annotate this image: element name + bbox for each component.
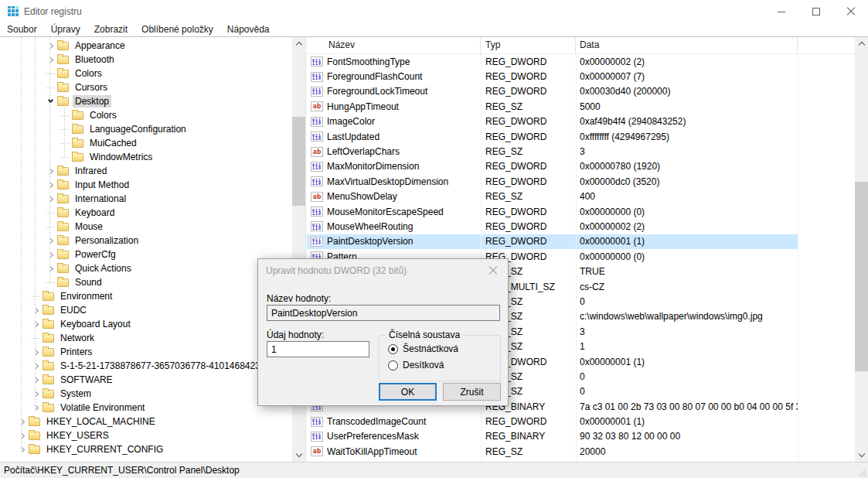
chevron-right-icon[interactable] bbox=[29, 388, 42, 400]
chevron-down-icon[interactable] bbox=[44, 95, 56, 108]
tree-item-keyboard[interactable]: Keyboard bbox=[0, 206, 292, 220]
value-row-fontsmoothingtype[interactable]: 011110FontSmoothingTypeREG_DWORD0x000000… bbox=[307, 54, 855, 69]
tree-item-colors[interactable]: Colors bbox=[0, 108, 292, 122]
tree-item-network[interactable]: Network bbox=[0, 331, 292, 345]
tree-item-system[interactable]: System bbox=[0, 387, 292, 401]
chevron-right-icon[interactable] bbox=[44, 262, 56, 275]
value-row-maxvirtualdesktopdimension[interactable]: 011110MaxVirtualDesktopDimensionREG_DWOR… bbox=[307, 174, 855, 189]
close-button[interactable] bbox=[833, 0, 868, 23]
tree-item-muicached[interactable]: MuiCached bbox=[0, 136, 292, 150]
ok-button[interactable]: OK bbox=[379, 383, 437, 401]
tree-item-desktop[interactable]: Desktop bbox=[0, 94, 292, 108]
chevron-right-icon[interactable] bbox=[44, 234, 56, 247]
tree-item-hkey-local-machine[interactable]: HKEY_LOCAL_MACHINE bbox=[0, 415, 292, 428]
chevron-right-icon[interactable] bbox=[15, 429, 28, 442]
cancel-button[interactable]: Zrušit bbox=[443, 383, 501, 401]
value-row-transcodedimagecount[interactable]: 011110TranscodedImageCountREG_DWORD0x000… bbox=[307, 414, 855, 428]
radio-hexadecimal[interactable]: Šestnáctková bbox=[388, 343, 458, 354]
menu-soubor[interactable]: Soubor bbox=[0, 23, 44, 36]
folder-icon bbox=[43, 292, 54, 301]
chevron-right-icon[interactable] bbox=[29, 346, 42, 358]
value-row-foregroundlocktimeout[interactable]: 011110ForegroundLockTimeoutREG_DWORD0x00… bbox=[307, 84, 855, 99]
chevron-right-icon[interactable] bbox=[29, 401, 42, 414]
column-header-type[interactable]: Typ bbox=[481, 37, 576, 54]
tree-item-environment[interactable]: Environment bbox=[0, 289, 292, 303]
tree-item-mouse[interactable]: Mouse bbox=[0, 220, 292, 234]
tree-item-keyboard-layout[interactable]: Keyboard Layout bbox=[0, 317, 292, 331]
chevron-right-icon[interactable] bbox=[44, 193, 56, 205]
tree-item-infrared[interactable]: Infrared bbox=[0, 164, 292, 178]
menu-n-pov-da[interactable]: Nápověda bbox=[220, 23, 277, 36]
tree-item-appearance[interactable]: Appearance bbox=[0, 39, 292, 53]
list-scrollbar[interactable] bbox=[855, 37, 868, 462]
chevron-right-icon[interactable] bbox=[29, 374, 42, 386]
chevron-right-icon[interactable] bbox=[44, 248, 56, 261]
scroll-down-icon[interactable] bbox=[292, 449, 305, 462]
value-row-paintdesktopversion[interactable]: 011110PaintDesktopVersionREG_DWORD0x0000… bbox=[307, 234, 855, 249]
tree-item-software[interactable]: SOFTWARE bbox=[0, 373, 292, 387]
menu-zobrazit[interactable]: Zobrazit bbox=[87, 23, 134, 36]
tree-item-hkey-users[interactable]: HKEY_USERS bbox=[0, 428, 292, 442]
tree-item-input-method[interactable]: Input Method bbox=[0, 178, 292, 192]
column-separator bbox=[576, 54, 577, 462]
tree-item-international[interactable]: International bbox=[0, 192, 292, 206]
value-row-leftoverlapchars[interactable]: abLeftOverlapCharsREG_SZ3 bbox=[307, 144, 855, 159]
tree-item-printers[interactable]: Printers bbox=[0, 345, 292, 359]
chevron-right-icon[interactable] bbox=[44, 53, 56, 66]
value-row-waittokillapptimeout[interactable]: abWaitToKillAppTimeoutREG_SZ20000 bbox=[307, 444, 855, 459]
tree-item-hkey-current-config[interactable]: HKEY_CURRENT_CONFIG bbox=[0, 442, 292, 456]
maximize-button[interactable] bbox=[798, 0, 833, 23]
tree-item-eudc[interactable]: EUDC bbox=[0, 303, 292, 317]
tree-item-languageconfiguration[interactable]: LanguageConfiguration bbox=[0, 122, 292, 136]
menu-pravy[interactable]: Úpravy bbox=[44, 23, 87, 36]
dialog-close-icon[interactable] bbox=[488, 266, 498, 275]
tree-item-volatile-environment[interactable]: Volatile Environment bbox=[0, 401, 292, 415]
menu-obl-ben-polo-ky[interactable]: Oblíbené položky bbox=[134, 23, 220, 36]
scroll-up-icon[interactable] bbox=[292, 37, 305, 50]
tree-item-windowmetrics[interactable]: WindowMetrics bbox=[0, 150, 292, 164]
value-row-imagecolor[interactable]: 011110ImageColorREG_DWORD0xaf49b4f4 (294… bbox=[307, 114, 855, 129]
chevron-right-icon[interactable] bbox=[15, 443, 28, 456]
tree-scrollbar-thumb[interactable] bbox=[292, 117, 305, 206]
tree-item-quick-actions[interactable]: Quick Actions bbox=[0, 261, 292, 275]
tree-item-personalization[interactable]: Personalization bbox=[0, 234, 292, 248]
tree-item-powercfg[interactable]: PowerCfg bbox=[0, 248, 292, 261]
tree-item-colors[interactable]: Colors bbox=[0, 67, 292, 80]
value-row-maxmonitordimension[interactable]: 011110MaxMonitorDimensionREG_DWORD0x0000… bbox=[307, 159, 855, 174]
column-header-name[interactable]: Název bbox=[307, 37, 481, 54]
value-row-mousemonitorescapespeed[interactable]: 011110MouseMonitorEscapeSpeedREG_DWORD0x… bbox=[307, 204, 855, 219]
chevron-right-icon[interactable] bbox=[29, 304, 42, 316]
list-scrollbar-thumb[interactable] bbox=[855, 182, 868, 371]
scroll-up-icon[interactable] bbox=[855, 37, 868, 50]
value-data: cs-CZ bbox=[576, 282, 798, 292]
value-row-foregroundflashcount[interactable]: 011110ForegroundFlashCountREG_DWORD0x000… bbox=[307, 69, 855, 84]
chevron-right-icon[interactable] bbox=[29, 318, 42, 330]
tree-panel-content: AppearanceBluetoothColorsCursorsDesktopC… bbox=[0, 39, 292, 456]
chevron-right-icon[interactable] bbox=[29, 360, 42, 372]
radio-decimal[interactable]: Desítková bbox=[388, 360, 444, 370]
chevron-right-icon[interactable] bbox=[15, 415, 28, 428]
scroll-down-icon[interactable] bbox=[855, 449, 868, 462]
tree-item-s-1-5-21-1738878677-3657036778-4101468423[interactable]: S-1-5-21-1738878677-3657036778-410146842… bbox=[0, 359, 292, 373]
tree-item-cursors[interactable]: Cursors bbox=[0, 80, 292, 94]
value-row-lastupdated[interactable]: 011110LastUpdatedREG_DWORD0xffffffff (42… bbox=[307, 129, 855, 144]
value-name-field[interactable]: PaintDesktopVersion bbox=[267, 305, 500, 321]
column-header-data[interactable]: Data bbox=[576, 37, 798, 54]
minimize-button[interactable] bbox=[764, 0, 798, 23]
value-row-userpreferencesmask[interactable]: 011110UserPreferencesMaskREG_BINARY90 32… bbox=[307, 429, 855, 444]
value-data-label: Údaj hodnoty: bbox=[267, 329, 324, 340]
folder-icon bbox=[72, 153, 83, 162]
tree-item-sound[interactable]: Sound bbox=[0, 275, 292, 289]
status-bar: Počítač\HKEY_CURRENT_USER\Control Panel\… bbox=[0, 462, 868, 478]
chevron-right-icon[interactable] bbox=[44, 165, 56, 177]
chevron-right-icon[interactable] bbox=[44, 39, 56, 52]
resize-grip-icon[interactable] bbox=[858, 468, 866, 476]
folder-icon bbox=[57, 251, 69, 259]
tree-item-bluetooth[interactable]: Bluetooth bbox=[0, 53, 292, 67]
value-name: ForegroundFlashCount bbox=[327, 71, 481, 82]
value-row-mousewheelrouting[interactable]: 011110MouseWheelRoutingREG_DWORD0x000000… bbox=[307, 219, 855, 234]
value-row-menushowdelay[interactable]: abMenuShowDelayREG_SZ400 bbox=[307, 189, 855, 204]
chevron-right-icon[interactable] bbox=[44, 179, 56, 191]
value-row-hungapptimeout[interactable]: abHungAppTimeoutREG_SZ5000 bbox=[307, 99, 855, 114]
value-data-field[interactable]: 1 bbox=[267, 341, 369, 357]
